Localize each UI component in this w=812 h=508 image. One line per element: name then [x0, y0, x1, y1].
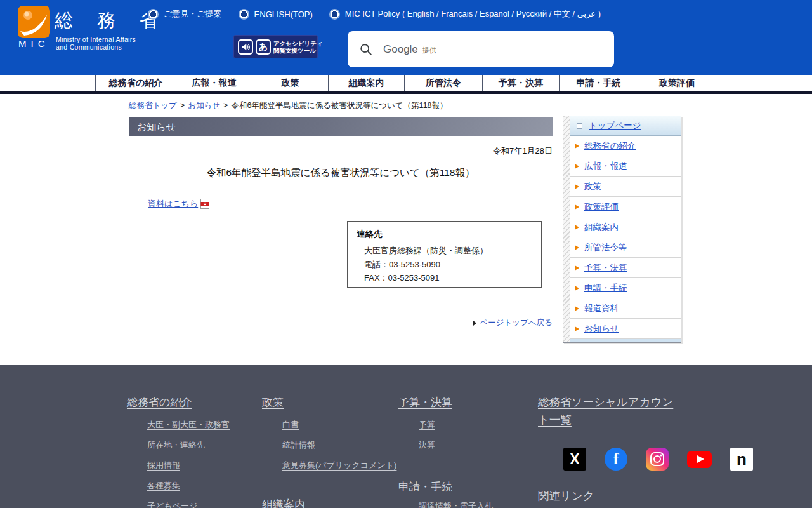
footer-heading-policy[interactable]: 政策 [262, 395, 284, 410]
triangle-right-icon [575, 306, 579, 311]
triangle-right-icon [575, 225, 579, 230]
site-header: MIC 総 務 省 Ministry of Internal Affairs a… [0, 0, 812, 75]
contact-fax: FAX：03-5253-5091 [364, 271, 532, 285]
nav-item-evaluation[interactable]: 政策評価 [638, 75, 716, 91]
triangle-right-icon [575, 286, 579, 291]
sidebar-item-press-materials[interactable]: 報道資料 [570, 298, 681, 319]
sidebar-bottom-strip [563, 339, 681, 342]
ring-icon [239, 9, 249, 20]
global-nav: 総務省の紹介 広報・報道 政策 組織案内 所管法令 予算・決算 申請・手続 政策… [0, 75, 812, 94]
sidebar-item-policy[interactable]: 政策 [570, 177, 681, 197]
english-link[interactable]: ENGLISH(TOP) [239, 9, 313, 20]
sidebar-item-press[interactable]: 広報・報道 [570, 156, 681, 177]
footer-heading-social-accounts[interactable]: 総務省ソーシャルアカウント一覧 [538, 393, 683, 429]
search-icon [359, 43, 373, 57]
footer-link-ministers[interactable]: 大臣・副大臣・政務官 [147, 419, 230, 431]
square-bullet-icon [577, 123, 582, 129]
feedback-link[interactable]: ご意見・ご提案 [148, 8, 222, 20]
search-provider-label: Google [383, 43, 418, 56]
facebook-icon[interactable]: f [605, 448, 627, 471]
footer-heading-application[interactable]: 申請・手続 [398, 479, 452, 494]
breadcrumb-current: 令和6年能登半島地震に係る被害状況等について（第118報） [231, 101, 447, 110]
page-title: 令和6年能登半島地震に係る被害状況等について（第118報） [206, 167, 475, 178]
sidebar-item-top-page[interactable]: トップページ [570, 116, 681, 136]
contact-box: 連絡先 大臣官房総務課（防災・調整係） 電話：03-5253-5090 FAX：… [347, 221, 542, 288]
triangle-right-icon [575, 204, 579, 210]
sidebar-item-about[interactable]: 総務省の紹介 [570, 136, 681, 156]
footer-link-whitepaper[interactable]: 白書 [282, 419, 299, 431]
sidebar-item-news[interactable]: お知らせ [570, 319, 681, 339]
logo-acronym: MIC [18, 38, 49, 49]
triangle-right-icon [575, 245, 579, 250]
section-title-bar: お知らせ [129, 117, 553, 136]
breadcrumb-home-link[interactable]: 総務省トップ [129, 101, 177, 110]
footer-link-recruitment[interactable]: 採用情報 [147, 460, 180, 471]
material-pdf-link[interactable]: 資料はこちら [148, 198, 198, 210]
triangle-right-icon [575, 164, 579, 169]
footer-heading-about[interactable]: 総務省の紹介 [127, 395, 192, 410]
note-icon[interactable]: n [730, 448, 753, 471]
ring-icon [148, 9, 159, 20]
footer-heading-organization[interactable]: 組織案内 [262, 497, 305, 508]
mic-logo[interactable] [18, 6, 50, 38]
instagram-icon[interactable] [646, 448, 669, 471]
footer-link-kids[interactable]: 子どもページ [147, 500, 197, 508]
a11y-label-line1: アクセシビリティ [273, 40, 323, 47]
footer-link-settlement[interactable]: 決算 [419, 439, 435, 451]
sidebar-item-evaluation[interactable]: 政策評価 [570, 197, 681, 217]
contact-tel: 電話：03-5253-5090 [364, 258, 532, 272]
nav-item-laws[interactable]: 所管法令 [404, 75, 482, 91]
search-provided-by-label: 提供 [422, 46, 436, 55]
footer-link-applications[interactable]: 各種募集 [147, 480, 180, 491]
sidebar-item-budget[interactable]: 予算・決算 [570, 258, 681, 278]
logo-subtitle-en: Ministry of Internal Affairs and Communi… [56, 36, 136, 51]
triangle-right-icon [473, 321, 476, 326]
page-top-link[interactable]: ページトップへ戻る [480, 318, 553, 328]
ring-icon [329, 9, 340, 20]
a11y-label-line2: 閲覧支援ツール [273, 47, 323, 54]
triangle-right-icon [575, 326, 579, 331]
youtube-icon[interactable] [687, 451, 712, 468]
document-date: 令和7年1月28日 [129, 145, 553, 157]
contact-department: 大臣官房総務課（防災・調整係） [364, 244, 532, 258]
pdf-icon [200, 199, 209, 209]
sidebar-item-application[interactable]: 申請・手続 [570, 278, 681, 298]
material-link-row: 資料はこちら [148, 198, 209, 210]
footer-link-procurement[interactable]: 調達情報・電子入札 [419, 500, 493, 508]
footer-link-location[interactable]: 所在地・連絡先 [147, 439, 205, 451]
sidebar-menu: トップページ 総務省の紹介 広報・報道 政策 政策評価 組織案内 所管法令等 予… [563, 116, 681, 343]
ict-policy-link[interactable]: MIC ICT Policy ( English / Français / Es… [329, 8, 601, 20]
speaker-icon [238, 39, 253, 55]
nav-item-about[interactable]: 総務省の紹介 [95, 75, 176, 91]
triangle-right-icon [575, 184, 579, 189]
x-icon[interactable]: X [563, 448, 586, 471]
nav-item-budget[interactable]: 予算・決算 [482, 75, 559, 91]
sidebar-item-organization[interactable]: 組織案内 [570, 217, 681, 237]
header-utility-links: ご意見・ご提案 ENGLISH(TOP) MIC ICT Policy ( En… [148, 8, 601, 20]
accessibility-tool-button[interactable]: あ アクセシビリティ 閲覧支援ツール [233, 35, 318, 58]
footer-heading-budget[interactable]: 予算・決算 [398, 395, 452, 410]
footer-link-statistics[interactable]: 統計情報 [282, 439, 315, 451]
nav-item-policy[interactable]: 政策 [252, 75, 328, 91]
breadcrumb-section-link[interactable]: お知らせ [188, 101, 220, 110]
breadcrumb: 総務省トップ>お知らせ>令和6年能登半島地震に係る被害状況等について（第118報… [129, 100, 448, 111]
triangle-right-icon [575, 144, 579, 149]
footer-link-public-comment[interactable]: 意見募集(パブリックコメント) [282, 460, 396, 471]
site-search-input[interactable]: Google 提供 [348, 31, 614, 67]
sidebar-item-laws[interactable]: 所管法令等 [570, 237, 681, 258]
footer-link-budget[interactable]: 予算 [419, 419, 435, 431]
nav-item-application[interactable]: 申請・手続 [559, 75, 638, 91]
triangle-right-icon [575, 265, 579, 271]
site-footer: 総務省の紹介 大臣・副大臣・政務官 所在地・連絡先 採用情報 各種募集 子どもペ… [0, 365, 812, 508]
social-icons-row: X f n [563, 448, 753, 471]
contact-heading: 連絡先 [357, 229, 532, 240]
nav-item-press[interactable]: 広報・報道 [176, 75, 252, 91]
hiragana-a-icon: あ [256, 39, 271, 55]
nav-item-organization[interactable]: 組織案内 [328, 75, 404, 91]
footer-heading-related-links[interactable]: 関連リンク [538, 488, 594, 504]
page-top-row: ページトップへ戻る [129, 318, 553, 328]
mic-logo-icon [18, 6, 50, 38]
mic-soumu-page: { "colors": { "header_blue": "#0c51bf", … [0, 0, 812, 508]
